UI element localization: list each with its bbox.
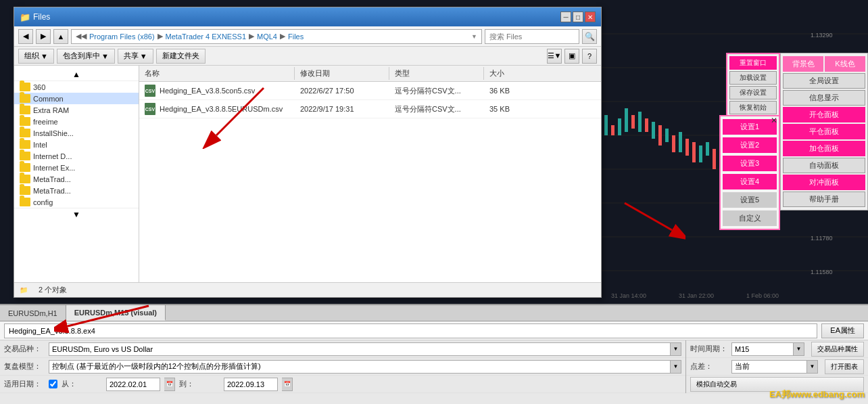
path-mql4[interactable]: MQL4 — [257, 32, 277, 41]
hedge-panel-button[interactable]: 对冲面板 — [783, 175, 865, 190]
spread-input[interactable] — [731, 360, 807, 374]
date-from-label: 从： — [62, 379, 102, 389]
load-settings-button[interactable]: 加载设置 — [729, 71, 777, 85]
save-settings-button[interactable]: 保存设置 — [729, 86, 777, 99]
col-header-date[interactable]: 修改日期 — [295, 67, 389, 80]
search-input[interactable] — [485, 29, 579, 44]
include-library-button[interactable]: 包含到库中 ▼ — [57, 49, 115, 64]
maximize-button[interactable]: □ — [573, 12, 583, 22]
date-to-calendar[interactable]: 📅 — [282, 378, 293, 391]
sidebar-item-installshield[interactable]: InstallShie... — [14, 127, 139, 139]
date-to-input[interactable] — [224, 378, 278, 391]
auto-panel-button[interactable]: 自动面板 — [783, 158, 865, 173]
sidebar-item-360[interactable]: 360 — [14, 81, 139, 93]
spread-dropdown-arrow[interactable]: ▼ — [807, 360, 818, 374]
info-display-button[interactable]: 信息显示 — [783, 90, 865, 106]
folder-icon-metatrader2 — [20, 186, 30, 195]
reset-window-button[interactable]: 重置窗口 — [729, 56, 777, 70]
back-button[interactable]: ◀ — [18, 29, 33, 44]
model-input-wrapper: ▼ — [49, 360, 681, 374]
sidebar-item-metatrader1[interactable]: MetaTrad... — [14, 173, 139, 185]
sidebar-item-common[interactable]: Common — [14, 93, 139, 104]
close-panel-button[interactable]: 平仓面板 — [783, 124, 865, 139]
title-bar-left: 📁 Files — [20, 12, 50, 22]
sidebar-scroll-down[interactable]: ▼ — [14, 208, 139, 221]
sidebar-scroll-up[interactable]: ▲ — [14, 68, 139, 81]
new-folder-button[interactable]: 新建文件夹 — [156, 49, 206, 64]
folder-icon-freeime — [20, 117, 30, 126]
symbol-dropdown-arrow[interactable]: ▼ — [671, 342, 681, 356]
setting2-button[interactable]: 设置2 — [723, 137, 777, 153]
kline-color-button[interactable]: K线色 — [825, 56, 865, 72]
setting5-button[interactable]: 设置5 — [723, 192, 777, 208]
setting3-button[interactable]: 设置3 — [723, 156, 777, 171]
col-header-type[interactable]: 类型 — [389, 67, 484, 80]
svg-rect-19 — [665, 129, 669, 142]
sidebar-item-freeime[interactable]: freeime — [14, 116, 139, 127]
date-from-input[interactable] — [106, 378, 160, 391]
sidebar-item-intel[interactable]: Intel — [14, 139, 139, 150]
global-settings-button[interactable]: 全局设置 — [783, 73, 865, 89]
sidebar-item-internet-ex[interactable]: Internet Ex... — [14, 162, 139, 173]
up-button[interactable]: ▲ — [53, 29, 68, 44]
help-button[interactable]: ? — [582, 49, 597, 64]
forward-button[interactable]: ▶ — [36, 29, 51, 44]
restore-initial-button[interactable]: 恢复初始 — [729, 101, 777, 114]
sidebar-item-config[interactable]: config — [14, 196, 139, 208]
folder-icon-internet-ex — [20, 163, 30, 172]
model-dropdown-arrow[interactable]: ▼ — [671, 360, 681, 374]
table-row[interactable]: CSV Hedging_EA_v3.8.5con5.csv 2022/6/27 … — [139, 82, 601, 100]
organize-button[interactable]: 组织 ▼ — [18, 49, 54, 64]
model-input[interactable] — [49, 360, 671, 374]
share-button[interactable]: 共享 ▼ — [118, 49, 153, 64]
period-dropdown-arrow[interactable]: ▼ — [794, 342, 804, 356]
sidebar-item-metatrader2[interactable]: MetaTrad... — [14, 185, 139, 196]
tab-eurusdm-h1[interactable]: EURUSDm,H1 — [0, 305, 66, 321]
sidebar-item-internet-d[interactable]: Internet D... — [14, 150, 139, 162]
svg-text:31 Jan 22:00: 31 Jan 22:00 — [679, 292, 714, 299]
minimize-button[interactable]: ─ — [560, 12, 571, 22]
date-from-calendar[interactable]: 📅 — [164, 378, 175, 391]
file-explorer-window: 📁 Files ─ □ ✕ ◀ ▶ ▲ ◀◀ Program Files (x8… — [14, 7, 602, 298]
background-color-button[interactable]: 背景色 — [783, 56, 823, 72]
view-toggle-button[interactable]: ▣ — [564, 49, 579, 64]
tab-eurusdm-m15[interactable]: EURUSDm,M15 (visual) — [66, 305, 166, 321]
add-position-button[interactable]: 加仓面板 — [783, 141, 865, 156]
path-program-files[interactable]: Program Files (x86) — [89, 32, 155, 41]
date-checkbox[interactable] — [49, 380, 57, 388]
setting1-button[interactable]: 设置1 — [723, 119, 777, 135]
path-dropdown-arrow[interactable]: ▼ — [471, 33, 477, 40]
symbol-input[interactable] — [49, 342, 671, 356]
popup-close-button[interactable]: ✕ — [771, 116, 777, 125]
tab-bar: EURUSDm,H1 EURUSDm,M15 (visual) — [0, 305, 868, 321]
open-panel-button[interactable]: 开仓面板 — [783, 107, 865, 122]
symbol-row: 交易品种： ▼ — [0, 340, 685, 358]
period-input[interactable] — [731, 342, 794, 356]
svg-rect-18 — [658, 125, 662, 145]
setting4-button[interactable]: 设置4 — [723, 174, 777, 189]
spread-input-wrapper: ▼ — [731, 360, 818, 374]
symbol-props-button[interactable]: 交易品种属性 — [811, 342, 864, 357]
period-input-wrapper: ▼ — [731, 342, 804, 356]
sidebar-item-extra-ram[interactable]: Extra RAM — [14, 104, 139, 116]
open-chart-button[interactable]: 打开图表 — [825, 359, 864, 374]
address-path[interactable]: ◀◀ Program Files (x86) ▶ MetaTrader 4 EX… — [71, 29, 482, 44]
ea-properties-button[interactable]: EA属性 — [821, 323, 864, 338]
close-button[interactable]: ✕ — [585, 12, 596, 22]
col-header-size[interactable]: 大小 — [484, 67, 538, 80]
path-files[interactable]: Files — [288, 32, 304, 41]
date-row: 适用日期： 从： 📅 到： 📅 — [0, 376, 685, 393]
title-bar: 📁 Files ─ □ ✕ — [14, 7, 601, 26]
ea-name-input[interactable] — [4, 323, 817, 338]
search-button[interactable]: 🔍 — [582, 29, 597, 44]
table-row[interactable]: CSV Hedging_EA_v3.8.8.5EURUSDm.csv 2022/… — [139, 100, 601, 118]
path-metatrader[interactable]: MetaTrader 4 EXNESS1 — [166, 32, 246, 41]
custom-button[interactable]: 自定义 — [723, 210, 777, 226]
file-list-header: 名称 修改日期 类型 大小 — [139, 66, 601, 82]
help-manual-button[interactable]: 帮助手册 — [783, 192, 865, 207]
view-options-button[interactable]: ☰▼ — [547, 49, 562, 64]
folder-status-icon: 📁 — [20, 286, 28, 294]
svg-rect-24 — [699, 145, 702, 162]
col-header-name[interactable]: 名称 — [139, 67, 295, 80]
period-row: 时间周期： ▼ 交易品种属性 — [686, 340, 868, 358]
